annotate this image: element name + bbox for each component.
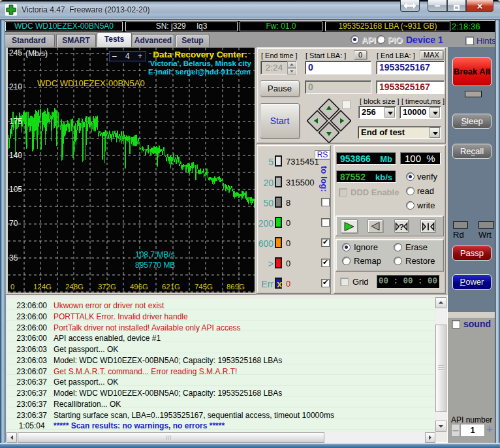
svg-text:?: ? [399, 222, 404, 231]
